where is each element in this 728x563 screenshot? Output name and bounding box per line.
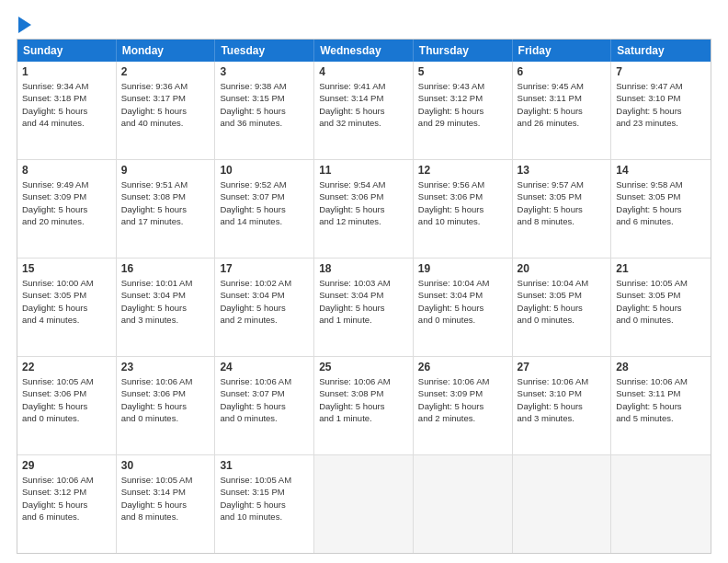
day-number: 18 <box>319 262 408 275</box>
day-info: Sunrise: 10:04 AM Sunset: 3:04 PM Daylig… <box>418 277 507 326</box>
calendar-cell: 9Sunrise: 9:51 AM Sunset: 3:08 PM Daylig… <box>117 160 216 258</box>
day-info: Sunrise: 10:06 AM Sunset: 3:09 PM Daylig… <box>418 375 507 424</box>
day-number: 12 <box>418 164 507 177</box>
day-info: Sunrise: 9:45 AM Sunset: 3:11 PM Dayligh… <box>518 80 607 129</box>
header-day-wednesday: Wednesday <box>314 40 414 62</box>
calendar-cell: 26Sunrise: 10:06 AM Sunset: 3:09 PM Dayl… <box>414 357 513 454</box>
calendar-cell: 31Sunrise: 10:05 AM Sunset: 3:15 PM Dayl… <box>215 455 314 553</box>
day-number: 5 <box>418 65 507 78</box>
day-info: Sunrise: 9:51 AM Sunset: 3:08 PM Dayligh… <box>121 178 210 227</box>
day-number: 26 <box>418 361 507 373</box>
calendar-cell: 19Sunrise: 10:04 AM Sunset: 3:04 PM Dayl… <box>414 259 513 356</box>
day-number: 24 <box>220 361 309 373</box>
calendar-week-0: 1Sunrise: 9:34 AM Sunset: 3:18 PM Daylig… <box>17 62 711 160</box>
day-info: Sunrise: 9:57 AM Sunset: 3:05 PM Dayligh… <box>518 178 607 227</box>
day-info: Sunrise: 9:34 AM Sunset: 3:18 PM Dayligh… <box>22 80 111 129</box>
calendar-cell: 30Sunrise: 10:05 AM Sunset: 3:14 PM Dayl… <box>117 455 216 553</box>
day-number: 17 <box>220 262 309 275</box>
day-number: 8 <box>22 164 111 177</box>
day-info: Sunrise: 10:04 AM Sunset: 3:05 PM Daylig… <box>518 277 607 326</box>
day-number: 2 <box>121 65 210 78</box>
day-number: 15 <box>22 262 111 275</box>
day-info: Sunrise: 9:36 AM Sunset: 3:17 PM Dayligh… <box>121 80 210 129</box>
day-info: Sunrise: 9:47 AM Sunset: 3:10 PM Dayligh… <box>616 80 706 129</box>
day-info: Sunrise: 10:06 AM Sunset: 3:07 PM Daylig… <box>220 375 309 424</box>
calendar-cell <box>513 455 612 553</box>
day-number: 11 <box>319 164 408 177</box>
calendar-week-4: 29Sunrise: 10:06 AM Sunset: 3:12 PM Dayl… <box>17 455 711 553</box>
calendar-cell <box>414 455 513 553</box>
logo <box>17 17 31 33</box>
calendar: SundayMondayTuesdayWednesdayThursdayFrid… <box>17 39 711 554</box>
calendar-week-1: 8Sunrise: 9:49 AM Sunset: 3:09 PM Daylig… <box>17 160 711 259</box>
day-info: Sunrise: 10:05 AM Sunset: 3:14 PM Daylig… <box>121 474 210 523</box>
calendar-header: SundayMondayTuesdayWednesdayThursdayFrid… <box>17 40 711 62</box>
day-info: Sunrise: 10:06 AM Sunset: 3:11 PM Daylig… <box>616 375 706 424</box>
calendar-cell: 18Sunrise: 10:03 AM Sunset: 3:04 PM Dayl… <box>314 259 414 356</box>
calendar-cell <box>611 455 711 553</box>
day-number: 19 <box>418 262 507 275</box>
day-number: 31 <box>220 459 309 472</box>
day-info: Sunrise: 9:41 AM Sunset: 3:14 PM Dayligh… <box>319 80 408 129</box>
calendar-cell: 22Sunrise: 10:05 AM Sunset: 3:06 PM Dayl… <box>17 357 117 454</box>
calendar-cell: 11Sunrise: 9:54 AM Sunset: 3:06 PM Dayli… <box>314 160 414 258</box>
day-number: 22 <box>22 361 111 373</box>
calendar-cell: 23Sunrise: 10:06 AM Sunset: 3:06 PM Dayl… <box>117 357 216 454</box>
day-number: 1 <box>22 65 111 78</box>
day-number: 21 <box>616 262 706 275</box>
day-number: 9 <box>121 164 210 177</box>
day-number: 3 <box>220 65 309 78</box>
day-number: 10 <box>220 164 309 177</box>
calendar-cell: 20Sunrise: 10:04 AM Sunset: 3:05 PM Dayl… <box>513 259 612 356</box>
calendar-cell: 6Sunrise: 9:45 AM Sunset: 3:11 PM Daylig… <box>513 62 612 159</box>
day-number: 27 <box>518 361 607 373</box>
day-info: Sunrise: 10:06 AM Sunset: 3:10 PM Daylig… <box>518 375 607 424</box>
calendar-cell: 21Sunrise: 10:05 AM Sunset: 3:05 PM Dayl… <box>611 259 711 356</box>
calendar-cell: 28Sunrise: 10:06 AM Sunset: 3:11 PM Dayl… <box>611 357 711 454</box>
calendar-cell: 12Sunrise: 9:56 AM Sunset: 3:06 PM Dayli… <box>414 160 513 258</box>
calendar-cell: 15Sunrise: 10:00 AM Sunset: 3:05 PM Dayl… <box>17 259 117 356</box>
header-day-tuesday: Tuesday <box>215 40 314 62</box>
day-info: Sunrise: 10:06 AM Sunset: 3:08 PM Daylig… <box>319 375 408 424</box>
calendar-cell: 4Sunrise: 9:41 AM Sunset: 3:14 PM Daylig… <box>314 62 414 159</box>
header-day-saturday: Saturday <box>611 40 711 62</box>
calendar-cell: 29Sunrise: 10:06 AM Sunset: 3:12 PM Dayl… <box>17 455 117 553</box>
day-info: Sunrise: 10:03 AM Sunset: 3:04 PM Daylig… <box>319 277 408 326</box>
day-info: Sunrise: 10:05 AM Sunset: 3:15 PM Daylig… <box>220 474 309 523</box>
header-day-thursday: Thursday <box>414 40 513 62</box>
day-number: 23 <box>121 361 210 373</box>
calendar-cell: 10Sunrise: 9:52 AM Sunset: 3:07 PM Dayli… <box>215 160 314 258</box>
calendar-week-2: 15Sunrise: 10:00 AM Sunset: 3:05 PM Dayl… <box>17 259 711 357</box>
logo-arrow-icon <box>18 17 31 33</box>
day-info: Sunrise: 9:43 AM Sunset: 3:12 PM Dayligh… <box>418 80 507 129</box>
day-info: Sunrise: 9:58 AM Sunset: 3:05 PM Dayligh… <box>616 178 706 227</box>
page: SundayMondayTuesdayWednesdayThursdayFrid… <box>0 0 728 563</box>
day-number: 16 <box>121 262 210 275</box>
calendar-cell: 1Sunrise: 9:34 AM Sunset: 3:18 PM Daylig… <box>17 62 117 159</box>
day-number: 30 <box>121 459 210 472</box>
day-info: Sunrise: 9:54 AM Sunset: 3:06 PM Dayligh… <box>319 178 408 227</box>
calendar-cell: 24Sunrise: 10:06 AM Sunset: 3:07 PM Dayl… <box>215 357 314 454</box>
day-info: Sunrise: 9:49 AM Sunset: 3:09 PM Dayligh… <box>22 178 111 227</box>
day-info: Sunrise: 10:02 AM Sunset: 3:04 PM Daylig… <box>220 277 309 326</box>
calendar-cell: 2Sunrise: 9:36 AM Sunset: 3:17 PM Daylig… <box>117 62 216 159</box>
day-info: Sunrise: 9:52 AM Sunset: 3:07 PM Dayligh… <box>220 178 309 227</box>
day-number: 4 <box>319 65 408 78</box>
calendar-cell: 13Sunrise: 9:57 AM Sunset: 3:05 PM Dayli… <box>513 160 612 258</box>
day-number: 25 <box>319 361 408 373</box>
calendar-cell: 27Sunrise: 10:06 AM Sunset: 3:10 PM Dayl… <box>513 357 612 454</box>
day-info: Sunrise: 10:01 AM Sunset: 3:04 PM Daylig… <box>121 277 210 326</box>
day-info: Sunrise: 9:38 AM Sunset: 3:15 PM Dayligh… <box>220 80 309 129</box>
day-info: Sunrise: 10:06 AM Sunset: 3:06 PM Daylig… <box>121 375 210 424</box>
day-number: 29 <box>22 459 111 472</box>
day-number: 6 <box>518 65 607 78</box>
calendar-cell: 5Sunrise: 9:43 AM Sunset: 3:12 PM Daylig… <box>414 62 513 159</box>
day-info: Sunrise: 10:00 AM Sunset: 3:05 PM Daylig… <box>22 277 111 326</box>
calendar-cell: 25Sunrise: 10:06 AM Sunset: 3:08 PM Dayl… <box>314 357 414 454</box>
calendar-week-3: 22Sunrise: 10:05 AM Sunset: 3:06 PM Dayl… <box>17 357 711 455</box>
header <box>17 17 711 33</box>
header-day-monday: Monday <box>117 40 216 62</box>
day-info: Sunrise: 10:05 AM Sunset: 3:05 PM Daylig… <box>616 277 706 326</box>
calendar-cell: 16Sunrise: 10:01 AM Sunset: 3:04 PM Dayl… <box>117 259 216 356</box>
header-day-friday: Friday <box>513 40 612 62</box>
